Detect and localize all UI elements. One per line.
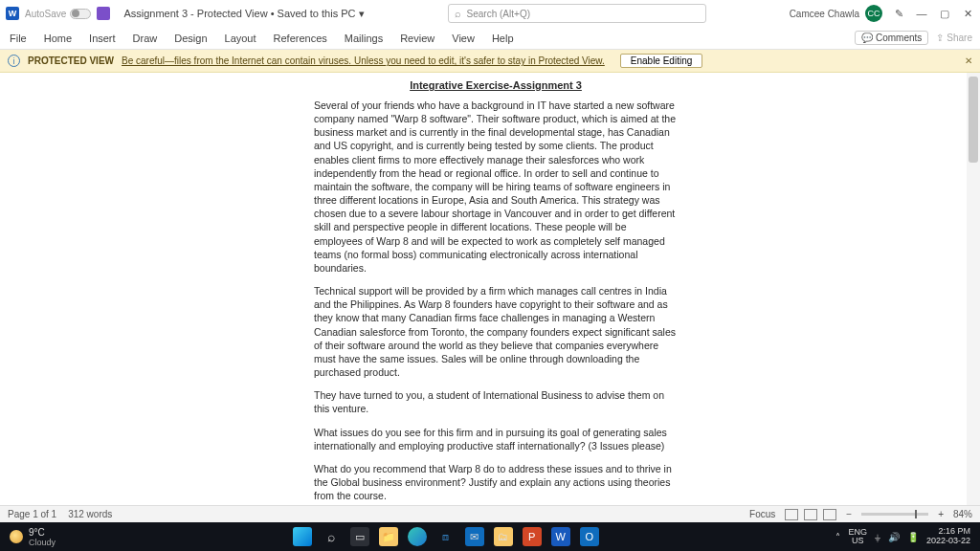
share-label: Share xyxy=(947,33,972,43)
info-icon: i xyxy=(8,55,20,67)
user-name: Camcee Chawla xyxy=(790,9,859,19)
tab-help[interactable]: Help xyxy=(490,30,516,47)
tab-draw[interactable]: Draw xyxy=(131,30,160,47)
share-button[interactable]: ⇪ Share xyxy=(936,33,972,43)
status-page[interactable]: Page 1 of 1 xyxy=(8,509,56,519)
avatar: CC xyxy=(865,5,882,22)
enable-editing-button[interactable]: Enable Editing xyxy=(620,54,703,68)
wifi-icon[interactable]: ⏚ xyxy=(875,532,880,542)
view-mode-icons xyxy=(785,509,836,520)
zoom-in-icon[interactable]: + xyxy=(938,509,944,519)
title-bar: W AutoSave Assignment 3 - Protected View… xyxy=(0,0,980,27)
doc-para: Several of your friends who have a backg… xyxy=(314,99,678,275)
search-placeholder: Search (Alt+Q) xyxy=(467,9,530,19)
mail-icon[interactable]: ✉ xyxy=(465,527,484,546)
document-area: Integrative Exercise-Assignment 3 Severa… xyxy=(0,73,980,505)
view-print-icon[interactable] xyxy=(804,509,817,520)
dropbox-icon[interactable]: ⧈ xyxy=(436,527,456,546)
tab-view[interactable]: View xyxy=(450,30,477,47)
ribbon-tabs: File Home Insert Draw Design Layout Refe… xyxy=(0,27,980,50)
weather-icon xyxy=(10,530,23,543)
status-words[interactable]: 312 words xyxy=(68,509,112,519)
tab-file[interactable]: File xyxy=(8,30,29,47)
tab-design[interactable]: Design xyxy=(172,30,209,47)
start-button-icon[interactable] xyxy=(293,527,312,546)
protected-view-bar: i PROTECTED VIEW Be careful—files from t… xyxy=(0,50,980,73)
task-view-icon[interactable]: ▭ xyxy=(350,527,369,546)
view-read-icon[interactable] xyxy=(785,509,798,520)
doc-para: What issues do you see for this firm and… xyxy=(314,426,678,452)
search-icon: ⌕ xyxy=(455,8,461,19)
autosave-toggle[interactable]: AutoSave xyxy=(25,9,91,19)
user-account[interactable]: Camcee Chawla CC xyxy=(790,5,882,22)
powerpoint-icon[interactable]: P xyxy=(523,527,542,546)
windows-taskbar: 9°C Cloudy ⌕ ▭ 📁 ⧈ ✉ 🗂 P W O ˄ ENG US ⏚ … xyxy=(0,522,980,551)
zoom-out-icon[interactable]: − xyxy=(846,509,852,519)
comments-label: Comments xyxy=(876,33,922,43)
tab-insert[interactable]: Insert xyxy=(87,30,118,47)
weather-temp: 9°C xyxy=(29,527,56,538)
tab-references[interactable]: References xyxy=(272,30,329,47)
explorer-icon[interactable]: 📁 xyxy=(379,527,398,546)
autosave-label: AutoSave xyxy=(25,9,66,19)
doc-para: They have turned to you, a student of In… xyxy=(314,388,678,415)
save-icon[interactable] xyxy=(97,7,110,20)
scrollbar-thumb[interactable] xyxy=(969,77,978,163)
language-indicator[interactable]: ENG US xyxy=(848,528,867,545)
tab-layout[interactable]: Layout xyxy=(223,30,258,47)
search-input[interactable]: ⌕ Search (Alt+Q) xyxy=(448,4,706,23)
comments-button[interactable]: 💬 Comments xyxy=(855,31,928,45)
minimize-icon[interactable]: ― xyxy=(915,8,928,19)
close-bar-icon[interactable]: ✕ xyxy=(965,55,972,66)
folder-icon[interactable]: 🗂 xyxy=(494,527,513,546)
edge-icon[interactable] xyxy=(408,527,427,546)
weather-cond: Cloudy xyxy=(29,538,56,547)
status-bar: Page 1 of 1 312 words Focus − + 84% xyxy=(0,505,980,522)
tab-mailings[interactable]: Mailings xyxy=(343,30,385,47)
doc-para: What do you recommend that Warp 8 do to … xyxy=(314,462,678,503)
outlook-icon[interactable]: O xyxy=(580,527,599,546)
tab-home[interactable]: Home xyxy=(42,30,74,47)
share-icon: ⇪ xyxy=(936,33,944,43)
maximize-icon[interactable]: ▢ xyxy=(938,8,951,20)
comment-icon: 💬 xyxy=(861,33,873,43)
pen-icon[interactable]: ✎ xyxy=(892,8,905,20)
volume-icon[interactable]: 🔊 xyxy=(888,532,900,542)
tab-review[interactable]: Review xyxy=(398,30,436,47)
word-app-icon: W xyxy=(6,7,19,20)
word-taskbar-icon[interactable]: W xyxy=(551,527,570,546)
taskbar-weather[interactable]: 9°C Cloudy xyxy=(0,527,65,547)
protected-view-label: PROTECTED VIEW xyxy=(28,55,114,66)
chevron-up-icon[interactable]: ˄ xyxy=(835,532,840,542)
taskbar-search-icon[interactable]: ⌕ xyxy=(322,527,341,546)
zoom-percent[interactable]: 84% xyxy=(953,509,972,519)
doc-heading: Integrative Exercise-Assignment 3 xyxy=(314,78,678,93)
document-page: Integrative Exercise-Assignment 3 Severa… xyxy=(287,73,704,505)
doc-para: Technical support will be provided by a … xyxy=(314,284,678,379)
close-icon[interactable]: ✕ xyxy=(961,8,974,20)
view-web-icon[interactable] xyxy=(823,509,836,520)
zoom-slider[interactable] xyxy=(861,513,928,516)
battery-icon[interactable]: 🔋 xyxy=(907,532,919,542)
protected-view-message: Be careful—files from the Internet can c… xyxy=(122,55,605,66)
vertical-scrollbar[interactable] xyxy=(967,73,980,505)
document-title[interactable]: Assignment 3 - Protected View • Saved to… xyxy=(123,8,364,20)
status-focus[interactable]: Focus xyxy=(749,509,775,519)
system-tray: ˄ ENG US ⏚ 🔊 🔋 2:16 PM 2022-03-22 xyxy=(826,527,980,546)
taskbar-clock[interactable]: 2:16 PM 2022-03-22 xyxy=(926,527,970,546)
toggle-off-icon[interactable] xyxy=(70,9,91,19)
